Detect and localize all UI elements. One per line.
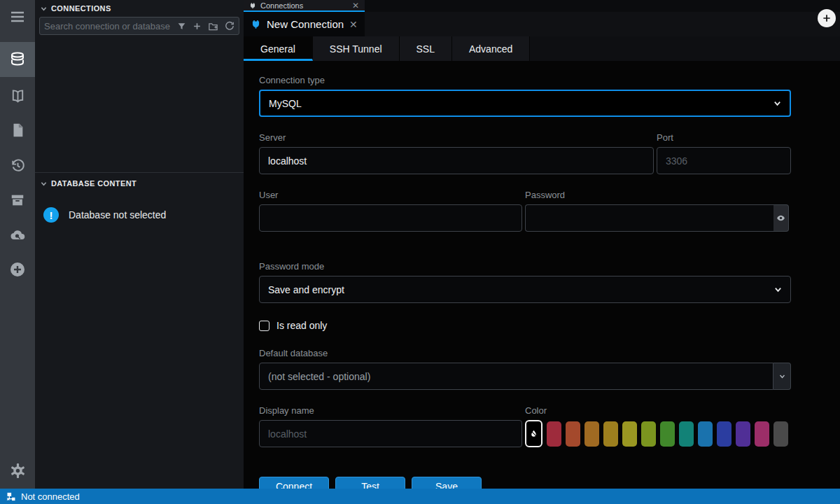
history-icon[interactable]: [0, 148, 35, 183]
add-tab-button[interactable]: [818, 9, 836, 27]
server-input[interactable]: [268, 148, 645, 174]
color-swatch[interactable]: [566, 421, 580, 447]
connections-sidebar: CONNECTIONS DATABASE CONTENT ! Database …: [35, 0, 244, 489]
user-label: User: [259, 190, 522, 200]
status-bar: Not connected: [0, 489, 840, 504]
color-swatch[interactable]: [603, 421, 618, 447]
chevron-down-icon: [779, 373, 785, 379]
search-toolbar: [177, 21, 234, 31]
default-database-value: (not selected - optional): [268, 371, 370, 382]
database-content-title: DATABASE CONTENT: [51, 179, 136, 188]
port-label: Port: [657, 132, 791, 143]
color-swatch[interactable]: [698, 421, 713, 447]
is-read-only-label: Is read only: [276, 320, 327, 331]
tab-new-connection[interactable]: New Connection ✕: [244, 12, 365, 36]
color-swatch[interactable]: [547, 421, 561, 447]
server-label: Server: [259, 132, 654, 143]
password-field-box: [525, 204, 774, 232]
server-field-box: [259, 147, 654, 174]
show-password-button[interactable]: [774, 204, 789, 232]
book-icon[interactable]: [0, 78, 35, 113]
main-area: Connections ✕ New Connection ✕ General S…: [244, 0, 840, 489]
info-icon: !: [43, 207, 59, 223]
database-content-header[interactable]: DATABASE CONTENT: [35, 175, 244, 190]
chevron-down-icon: [41, 181, 47, 187]
default-database-combo: (not selected - optional): [259, 363, 791, 390]
display-name-label: Display name: [259, 405, 522, 416]
search-input[interactable]: [44, 21, 177, 31]
color-swatch[interactable]: [755, 421, 769, 447]
filter-icon[interactable]: [177, 22, 186, 31]
no-color-button[interactable]: [525, 420, 542, 447]
password-mode-select[interactable]: Save and encrypt: [259, 276, 791, 303]
refresh-icon[interactable]: [225, 21, 234, 31]
user-field-box: [259, 204, 522, 232]
activity-bar: [0, 0, 35, 489]
password-input[interactable]: [534, 205, 765, 231]
color-label: Color: [525, 405, 791, 416]
color-swatch[interactable]: [774, 421, 788, 447]
display-name-field-box: [259, 420, 522, 447]
close-icon[interactable]: ✕: [349, 20, 358, 29]
eye-icon: [776, 214, 785, 223]
color-swatch[interactable]: [622, 421, 637, 447]
password-label: Password: [525, 190, 791, 200]
color-swatches: [525, 420, 791, 447]
connection-form: Connection type MySQL Server Port: [244, 61, 840, 489]
close-icon[interactable]: ✕: [352, 1, 359, 10]
tab-advanced[interactable]: Advanced: [452, 36, 530, 61]
connections-panel-header[interactable]: CONNECTIONS: [35, 0, 244, 15]
tab-strip: New Connection ✕: [244, 12, 840, 36]
menu-icon[interactable]: [0, 0, 35, 34]
tab-general[interactable]: General: [244, 36, 313, 61]
test-button[interactable]: Test: [335, 477, 405, 489]
connection-type-value: MySQL: [269, 98, 302, 109]
plug-icon: [249, 2, 256, 9]
cloud-search-icon[interactable]: [0, 218, 35, 253]
archive-icon[interactable]: [0, 183, 35, 218]
tab-group-row: Connections ✕: [244, 0, 840, 12]
color-swatch[interactable]: [641, 421, 656, 447]
color-swatch[interactable]: [717, 421, 732, 447]
plus-circle-icon[interactable]: [0, 252, 35, 287]
save-button[interactable]: Save: [412, 477, 482, 489]
not-connected-icon: [6, 491, 16, 502]
connection-type-label: Connection type: [259, 75, 840, 85]
color-off-icon: [529, 429, 538, 438]
read-only-row: Is read only: [259, 319, 840, 332]
chevron-down-icon: [774, 286, 782, 293]
is-read-only-checkbox[interactable]: [259, 321, 270, 331]
tab-ssl[interactable]: SSL: [400, 36, 452, 61]
plus-icon[interactable]: [192, 22, 202, 31]
color-swatch[interactable]: [584, 421, 599, 447]
chevron-down-icon: [41, 6, 47, 12]
database-icon[interactable]: [0, 42, 35, 77]
connection-search-bar: [39, 17, 239, 35]
tab-ssh-tunnel[interactable]: SSH Tunnel: [313, 36, 400, 61]
port-field-box: [657, 147, 791, 174]
action-buttons: Connect Test Save: [259, 477, 840, 489]
port-input[interactable]: [666, 148, 782, 174]
color-swatch[interactable]: [736, 421, 750, 447]
connect-button[interactable]: Connect: [259, 477, 329, 489]
chevron-down-icon: [774, 99, 781, 107]
default-database-dropdown-button[interactable]: [774, 363, 791, 390]
file-icon[interactable]: [0, 113, 35, 148]
tab-label: New Connection: [267, 18, 344, 30]
password-mode-value: Save and encrypt: [268, 284, 344, 295]
color-swatch[interactable]: [679, 421, 694, 447]
user-input[interactable]: [268, 205, 513, 231]
panel-divider: [35, 172, 244, 173]
plug-icon: [251, 19, 261, 29]
tab-group-connections[interactable]: Connections ✕: [244, 0, 365, 12]
color-swatch[interactable]: [660, 421, 675, 447]
connection-type-select[interactable]: MySQL: [259, 90, 791, 117]
database-not-selected-message: ! Database not selected: [43, 207, 166, 223]
form-tab-bar: General SSH Tunnel SSL Advanced: [244, 36, 840, 61]
default-database-value-box[interactable]: (not selected - optional): [259, 363, 774, 390]
tab-group-label: Connections: [260, 1, 303, 10]
add-folder-icon[interactable]: [208, 21, 218, 31]
gear-icon[interactable]: [0, 453, 35, 488]
display-name-input[interactable]: [268, 421, 513, 447]
status-text: Not connected: [21, 491, 80, 502]
